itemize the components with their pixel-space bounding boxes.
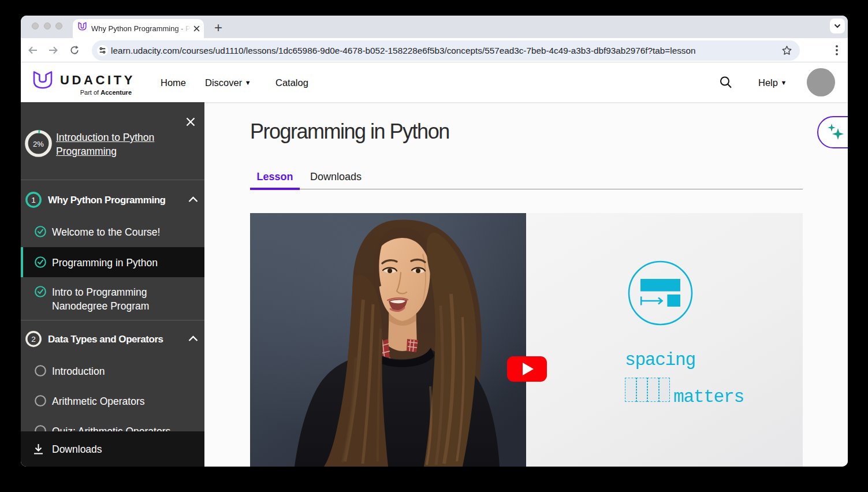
svg-text:2: 2	[31, 335, 36, 344]
svg-text:1: 1	[31, 196, 36, 204]
svg-text:2%: 2%	[33, 140, 44, 148]
